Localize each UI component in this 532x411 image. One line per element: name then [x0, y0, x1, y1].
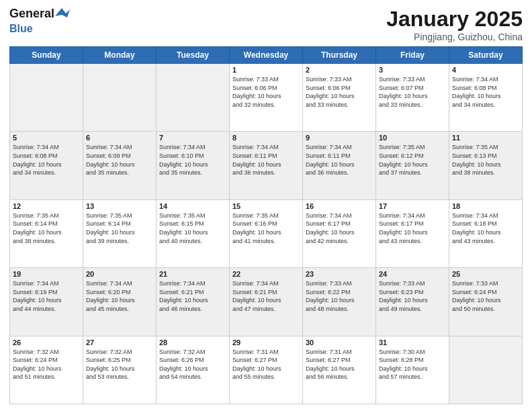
calendar-cell: 13Sunrise: 7:35 AM Sunset: 6:14 PM Dayli… [83, 199, 157, 267]
header-monday: Monday [83, 47, 157, 64]
calendar-cell: 5Sunrise: 7:34 AM Sunset: 6:08 PM Daylig… [10, 132, 83, 199]
week-row-4: 19Sunrise: 7:34 AM Sunset: 6:19 PM Dayli… [10, 268, 523, 336]
week-row-1: 1Sunrise: 7:33 AM Sunset: 6:06 PM Daylig… [10, 64, 523, 132]
calendar-cell: 19Sunrise: 7:34 AM Sunset: 6:19 PM Dayli… [10, 268, 83, 336]
day-info: Sunrise: 7:35 AM Sunset: 6:12 PM Dayligh… [379, 143, 446, 177]
logo-bird-icon [55, 8, 70, 20]
day-number: 9 [306, 134, 373, 142]
day-number: 28 [159, 338, 226, 347]
calendar-cell: 7Sunrise: 7:34 AM Sunset: 6:10 PM Daylig… [157, 132, 230, 199]
day-number: 4 [452, 66, 519, 74]
day-number: 6 [86, 134, 153, 142]
calendar-cell: 20Sunrise: 7:34 AM Sunset: 6:20 PM Dayli… [83, 268, 157, 336]
day-info: Sunrise: 7:33 AM Sunset: 6:06 PM Dayligh… [232, 75, 300, 109]
header-friday: Friday [376, 47, 449, 64]
calendar-cell: 31Sunrise: 7:30 AM Sunset: 6:28 PM Dayli… [376, 336, 449, 404]
week-row-3: 12Sunrise: 7:35 AM Sunset: 6:14 PM Dayli… [10, 199, 523, 267]
day-info: Sunrise: 7:34 AM Sunset: 6:08 PM Dayligh… [452, 75, 519, 109]
day-info: Sunrise: 7:31 AM Sunset: 6:27 PM Dayligh… [232, 348, 300, 381]
header-thursday: Thursday [303, 47, 376, 64]
day-info: Sunrise: 7:33 AM Sunset: 6:23 PM Dayligh… [379, 279, 446, 313]
day-number: 11 [452, 134, 519, 142]
day-number: 23 [306, 270, 373, 278]
day-info: Sunrise: 7:34 AM Sunset: 6:11 PM Dayligh… [306, 143, 373, 177]
calendar-cell: 23Sunrise: 7:33 AM Sunset: 6:22 PM Dayli… [303, 268, 376, 336]
calendar-cell: 26Sunrise: 7:32 AM Sunset: 6:24 PM Dayli… [10, 336, 83, 404]
day-number: 13 [86, 202, 153, 210]
calendar-cell: 18Sunrise: 7:34 AM Sunset: 6:18 PM Dayli… [449, 199, 523, 267]
day-number: 1 [232, 66, 300, 74]
day-info: Sunrise: 7:34 AM Sunset: 6:11 PM Dayligh… [232, 143, 300, 177]
day-number: 3 [379, 66, 446, 74]
day-number: 18 [452, 202, 519, 210]
week-row-5: 26Sunrise: 7:32 AM Sunset: 6:24 PM Dayli… [10, 336, 523, 404]
day-info: Sunrise: 7:34 AM Sunset: 6:18 PM Dayligh… [452, 212, 519, 245]
calendar-cell: 14Sunrise: 7:35 AM Sunset: 6:15 PM Dayli… [157, 199, 230, 267]
day-number: 14 [159, 202, 226, 210]
calendar-cell: 11Sunrise: 7:35 AM Sunset: 6:13 PM Dayli… [449, 132, 523, 199]
day-info: Sunrise: 7:34 AM Sunset: 6:17 PM Dayligh… [306, 212, 373, 245]
day-number: 29 [232, 338, 300, 347]
header-saturday: Saturday [449, 47, 523, 64]
day-number: 31 [379, 338, 446, 347]
day-number: 21 [159, 270, 226, 278]
day-info: Sunrise: 7:35 AM Sunset: 6:14 PM Dayligh… [86, 212, 153, 245]
day-info: Sunrise: 7:35 AM Sunset: 6:16 PM Dayligh… [232, 212, 300, 245]
calendar-cell: 16Sunrise: 7:34 AM Sunset: 6:17 PM Dayli… [303, 199, 376, 267]
calendar-cell: 9Sunrise: 7:34 AM Sunset: 6:11 PM Daylig… [303, 132, 376, 199]
day-info: Sunrise: 7:30 AM Sunset: 6:28 PM Dayligh… [379, 348, 446, 381]
location-subtitle: Pingjiang, Guizhou, China [386, 32, 523, 42]
header-tuesday: Tuesday [157, 47, 230, 64]
page: General Blue January 2025 Pingjiang, Gui… [0, 0, 532, 411]
calendar-cell: 29Sunrise: 7:31 AM Sunset: 6:27 PM Dayli… [230, 336, 303, 404]
calendar-cell [157, 64, 230, 132]
days-header-row: Sunday Monday Tuesday Wednesday Thursday… [10, 47, 523, 64]
calendar-cell [10, 64, 83, 132]
day-number: 22 [232, 270, 300, 278]
day-info: Sunrise: 7:34 AM Sunset: 6:10 PM Dayligh… [159, 143, 226, 177]
logo-text: General Blue [9, 7, 71, 36]
calendar-cell: 3Sunrise: 7:33 AM Sunset: 6:07 PM Daylig… [376, 64, 449, 132]
day-info: Sunrise: 7:32 AM Sunset: 6:24 PM Dayligh… [13, 348, 80, 381]
day-info: Sunrise: 7:34 AM Sunset: 6:21 PM Dayligh… [159, 279, 226, 313]
day-number: 7 [159, 134, 226, 142]
calendar-cell: 27Sunrise: 7:32 AM Sunset: 6:25 PM Dayli… [83, 336, 157, 404]
day-number: 17 [379, 202, 446, 210]
calendar-cell: 6Sunrise: 7:34 AM Sunset: 6:09 PM Daylig… [83, 132, 157, 199]
day-number: 24 [379, 270, 446, 278]
day-number: 25 [452, 270, 519, 278]
day-info: Sunrise: 7:33 AM Sunset: 6:06 PM Dayligh… [306, 75, 373, 109]
calendar-cell: 17Sunrise: 7:34 AM Sunset: 6:17 PM Dayli… [376, 199, 449, 267]
logo-general: General [9, 7, 54, 21]
calendar-cell: 28Sunrise: 7:32 AM Sunset: 6:26 PM Dayli… [157, 336, 230, 404]
day-number: 10 [379, 134, 446, 142]
day-number: 16 [306, 202, 373, 210]
logo: General Blue [9, 7, 71, 36]
svg-marker-0 [55, 8, 70, 17]
day-info: Sunrise: 7:35 AM Sunset: 6:13 PM Dayligh… [452, 143, 519, 177]
day-info: Sunrise: 7:34 AM Sunset: 6:19 PM Dayligh… [13, 279, 80, 313]
calendar-cell: 21Sunrise: 7:34 AM Sunset: 6:21 PM Dayli… [157, 268, 230, 336]
calendar-cell: 24Sunrise: 7:33 AM Sunset: 6:23 PM Dayli… [376, 268, 449, 336]
month-title: January 2025 [386, 7, 523, 32]
header: General Blue January 2025 Pingjiang, Gui… [9, 7, 523, 42]
calendar-cell [449, 336, 523, 404]
day-info: Sunrise: 7:32 AM Sunset: 6:26 PM Dayligh… [159, 348, 226, 381]
day-number: 26 [13, 338, 80, 347]
header-sunday: Sunday [10, 47, 83, 64]
calendar-cell [83, 64, 157, 132]
day-info: Sunrise: 7:32 AM Sunset: 6:25 PM Dayligh… [86, 348, 153, 381]
calendar-cell: 15Sunrise: 7:35 AM Sunset: 6:16 PM Dayli… [230, 199, 303, 267]
calendar-cell: 12Sunrise: 7:35 AM Sunset: 6:14 PM Dayli… [10, 199, 83, 267]
calendar-cell: 22Sunrise: 7:34 AM Sunset: 6:21 PM Dayli… [230, 268, 303, 336]
calendar-table: Sunday Monday Tuesday Wednesday Thursday… [9, 46, 523, 404]
day-info: Sunrise: 7:34 AM Sunset: 6:17 PM Dayligh… [379, 212, 446, 245]
day-number: 8 [232, 134, 300, 142]
day-info: Sunrise: 7:33 AM Sunset: 6:22 PM Dayligh… [306, 279, 373, 313]
day-info: Sunrise: 7:33 AM Sunset: 6:24 PM Dayligh… [452, 279, 519, 313]
day-number: 19 [13, 270, 80, 278]
header-wednesday: Wednesday [230, 47, 303, 64]
calendar-cell: 25Sunrise: 7:33 AM Sunset: 6:24 PM Dayli… [449, 268, 523, 336]
day-info: Sunrise: 7:31 AM Sunset: 6:27 PM Dayligh… [306, 348, 373, 381]
logo-blue: Blue [9, 23, 33, 34]
